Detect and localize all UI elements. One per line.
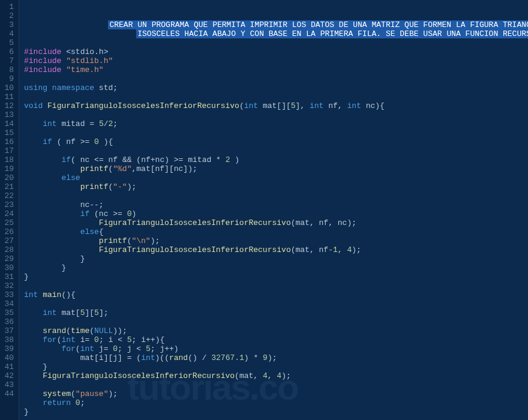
token-op: --: [89, 200, 99, 209]
token-ident: mat: [263, 101, 277, 110]
token-paren: (: [66, 326, 71, 335]
token-op: ;: [113, 389, 118, 398]
token-keyword: namespace: [52, 83, 94, 92]
token-op: ;: [99, 200, 104, 209]
code-line[interactable]: for(int j= 0; j < 5; j++): [24, 344, 528, 353]
line-number: 16: [2, 137, 14, 146]
code-line[interactable]: }: [24, 407, 528, 416]
token-paren: ): [352, 245, 356, 254]
code-line[interactable]: [24, 92, 528, 101]
token-keyword: void: [24, 101, 43, 110]
code-line[interactable]: [24, 74, 528, 83]
code-line[interactable]: #include <stdio.h>: [24, 47, 528, 56]
token-paren: ][: [104, 353, 113, 362]
token-ident: nf: [319, 245, 329, 254]
line-number: 30: [2, 263, 14, 272]
token-paren: (: [57, 137, 62, 146]
token-paren: ]: [99, 308, 104, 317]
token-op: ;: [286, 371, 291, 380]
token-op: ;: [155, 236, 160, 245]
code-line[interactable]: }: [24, 362, 528, 371]
token-op: <: [136, 344, 141, 353]
code-line[interactable]: }: [24, 272, 528, 281]
code-line[interactable]: [24, 380, 528, 389]
code-line[interactable]: #include "stdlib.h": [24, 56, 528, 65]
code-line[interactable]: if ( nf >= 0 ){: [24, 137, 528, 146]
token-paren: [][: [277, 101, 290, 110]
token-op: =: [127, 353, 132, 362]
token-op: <=: [94, 155, 104, 164]
token-num: 4: [277, 371, 281, 380]
code-line[interactable]: int main(){: [24, 290, 528, 299]
code-line[interactable]: ISOSCELES·HACIA·ABAJO·Y·CON·BASE·EN·LA·P…: [24, 29, 528, 38]
token-paren: {: [380, 101, 385, 110]
code-line[interactable]: srand(time(NULL));: [24, 326, 528, 335]
token-num: 5: [291, 101, 296, 110]
token-op: +: [151, 155, 155, 164]
code-line[interactable]: [24, 281, 528, 290]
token-op: >=: [113, 209, 122, 218]
code-line[interactable]: system("pause");: [24, 389, 528, 398]
token-keyword: int: [43, 119, 56, 128]
code-line[interactable]: if (nc >= 0): [24, 209, 528, 218]
line-number: 20: [2, 173, 14, 182]
token-op: ;: [131, 182, 136, 191]
selected-text[interactable]: CREAR·UN·PROGRAMA·QUE·PERMITA·IMPRIMIR·L…: [108, 20, 528, 29]
code-line[interactable]: [24, 146, 528, 155]
selected-text[interactable]: ISOSCELES·HACIA·ABAJO·Y·CON·BASE·EN·LA·P…: [136, 29, 528, 38]
code-line[interactable]: [24, 191, 528, 200]
code-line[interactable]: nc--;: [24, 200, 528, 209]
token-op: ;: [113, 119, 118, 128]
code-line[interactable]: printf("\n");: [24, 236, 528, 245]
line-number-gutter: 1234567891011121314151617181920212223242…: [0, 0, 19, 420]
code-line[interactable]: int mitad = 5/2;: [24, 119, 528, 128]
token-paren: (: [136, 155, 141, 164]
code-line[interactable]: printf("-");: [24, 182, 528, 191]
code-line[interactable]: FiguraTrianguloIsoscelesInferiorRecursiv…: [24, 371, 528, 380]
token-string: "%d": [113, 164, 131, 173]
line-number: 18: [2, 155, 14, 164]
line-number: 7: [2, 56, 14, 65]
code-line[interactable]: mat[i][j] = (int)((rand() / 32767.1) * 9…: [24, 353, 528, 362]
preprocessor-directive: #include: [24, 65, 61, 74]
code-line[interactable]: printf("%d",mat[nf][nc]);: [24, 164, 528, 173]
token-num: 0: [94, 137, 99, 146]
code-line[interactable]: }: [24, 254, 528, 263]
token-op: ;: [151, 344, 155, 353]
code-line[interactable]: [24, 110, 528, 119]
code-line[interactable]: return 0;: [24, 398, 528, 407]
code-line[interactable]: #include "time.h": [24, 65, 528, 74]
code-line[interactable]: else{: [24, 227, 528, 236]
token-paren: ): [268, 353, 272, 362]
token-func: printf: [99, 236, 127, 245]
code-line[interactable]: FiguraTrianguloIsoscelesInferiorRecursiv…: [24, 245, 528, 254]
token-paren: {: [160, 335, 164, 344]
code-line[interactable]: [24, 38, 528, 47]
code-line[interactable]: }: [24, 263, 528, 272]
line-number: 1: [2, 2, 14, 11]
code-line[interactable]: [24, 128, 528, 137]
line-number: 5: [2, 38, 14, 47]
token-op: ,: [268, 371, 272, 380]
code-line[interactable]: for(int i= 0; i < 5; i++){: [24, 335, 528, 344]
include-header: "stdlib.h": [66, 56, 113, 65]
code-line[interactable]: FiguraTrianguloIsoscelesInferiorRecursiv…: [24, 218, 528, 227]
code-line[interactable]: int mat[5][5];: [24, 308, 528, 317]
code-line[interactable]: using namespace std;: [24, 83, 528, 92]
token-ident: nf: [155, 164, 165, 173]
token-paren: }: [43, 362, 47, 371]
token-ident: nf: [66, 137, 76, 146]
code-line[interactable]: else: [24, 173, 528, 182]
token-keyword: if: [80, 209, 90, 218]
line-number: 24: [2, 209, 14, 218]
code-line[interactable]: if( nc <= nf && (nf+nc) >= mitad * 2 ): [24, 155, 528, 164]
token-keyword: for: [43, 335, 56, 344]
code-area[interactable]: CREAR·UN·PROGRAMA·QUE·PERMITA·IMPRIMIR·L…: [19, 0, 528, 420]
token-ident: i: [99, 353, 104, 362]
token-keyword: using: [24, 83, 47, 92]
code-line[interactable]: void FiguraTrianguloIsoscelesInferiorRec…: [24, 101, 528, 110]
code-line[interactable]: [24, 299, 528, 308]
code-line[interactable]: [24, 317, 528, 326]
token-paren: ): [235, 155, 239, 164]
code-line[interactable]: CREAR·UN·PROGRAMA·QUE·PERMITA·IMPRIMIR·L…: [24, 20, 528, 29]
